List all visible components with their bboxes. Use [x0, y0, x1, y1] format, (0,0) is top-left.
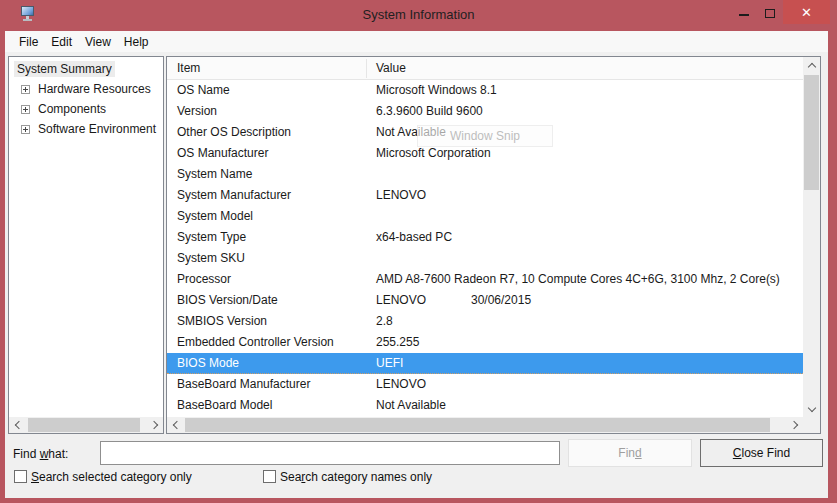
table-cell-value: 6.3.9600 Build 9600: [376, 101, 483, 122]
find-button[interactable]: Find: [568, 439, 692, 467]
table-row[interactable]: System Typex64-based PC: [167, 227, 803, 248]
scroll-right-icon[interactable]: [147, 417, 163, 433]
main-area: System Summary Hardware Resources Compon…: [5, 52, 828, 498]
table-cell-value: 255.255: [376, 332, 419, 353]
scrollbar-corner: [803, 417, 820, 433]
detail-table-panel: Item Value OS NameMicrosoft Windows 8.1V…: [166, 56, 821, 434]
table-row[interactable]: Version6.3.9600 Build 9600: [167, 101, 803, 122]
table-cell-item: Embedded Controller Version: [177, 332, 334, 353]
table-cell-item: System SKU: [177, 248, 245, 269]
table-cell-value: Not Available: [376, 395, 446, 416]
table-cell-value: x64-based PC: [376, 227, 452, 248]
menu-item-view[interactable]: View: [85, 35, 111, 49]
table-cell-item: System Model: [177, 206, 253, 227]
table-cell-item: BIOS Mode: [177, 353, 239, 373]
table-cell-item: BIOS Version/Date: [177, 290, 278, 311]
expand-plus-icon[interactable]: [21, 85, 30, 94]
menu-item-help[interactable]: Help: [124, 35, 149, 49]
table-header[interactable]: Item Value: [167, 57, 803, 80]
tree-item-hardware-resources[interactable]: Hardware Resources: [21, 79, 154, 99]
table-cell-item: System Name: [177, 164, 252, 185]
table-cell-item: BaseBoard Manufacturer: [177, 374, 310, 395]
maximize-button[interactable]: [757, 0, 783, 24]
menu-bar: File Edit View Help: [5, 31, 828, 52]
table-cell-item: Processor: [177, 269, 231, 290]
table-row[interactable]: BaseBoard ModelNot Available: [167, 395, 803, 416]
table-cell-value: LENOVO: [376, 374, 426, 395]
table-cell-item: Version: [177, 101, 217, 122]
table-row[interactable]: OS NameMicrosoft Windows 8.1: [167, 80, 803, 101]
close-find-button[interactable]: Close Find: [700, 439, 823, 467]
tree-item-components[interactable]: Components: [21, 99, 109, 119]
scroll-left-icon[interactable]: [9, 417, 25, 433]
table-row[interactable]: SMBIOS Version2.8: [167, 311, 803, 332]
table-cell-item: BaseBoard Model: [177, 395, 272, 416]
find-what-label: Find what:: [13, 447, 68, 461]
checkbox-label: Search category names only: [280, 470, 432, 484]
table-cell-item: Other OS Description: [177, 122, 291, 143]
tree-item-label: Software Environment: [35, 121, 159, 137]
table-cell-item: OS Name: [177, 80, 230, 101]
table-hscroll-thumb[interactable]: [185, 418, 770, 432]
search-category-names-checkbox[interactable]: Search category names only: [263, 469, 432, 484]
tree-item-label: Hardware Resources: [35, 81, 154, 97]
table-row[interactable]: Embedded Controller Version255.255: [167, 332, 803, 353]
scroll-right-icon[interactable]: [787, 417, 803, 433]
table-cell-value: 2.8: [376, 311, 393, 332]
close-button[interactable]: ✕: [783, 0, 830, 24]
table-horizontal-scrollbar[interactable]: [167, 417, 803, 433]
expand-plus-icon[interactable]: [21, 125, 30, 134]
column-header-item[interactable]: Item: [177, 61, 200, 75]
table-cell-item: OS Manufacturer: [177, 143, 268, 164]
scroll-up-icon[interactable]: [803, 57, 820, 73]
table-row[interactable]: System ManufacturerLENOVO: [167, 185, 803, 206]
category-tree-panel: System Summary Hardware Resources Compon…: [8, 56, 164, 434]
menu-item-edit[interactable]: Edit: [51, 35, 72, 49]
table-row[interactable]: BIOS ModeUEFI: [167, 353, 803, 374]
checkbox-label: Search selected category only: [31, 470, 192, 484]
menu-item-file[interactable]: File: [19, 35, 38, 49]
table-cell-item: SMBIOS Version: [177, 311, 267, 332]
tree-item-software-environment[interactable]: Software Environment: [21, 119, 159, 139]
table-row[interactable]: BaseBoard ManufacturerLENOVO: [167, 374, 803, 395]
system-information-window: System Information ✕ File Edit View Help…: [0, 0, 837, 503]
table-cell-value-extra: 30/06/2015: [471, 290, 531, 311]
expand-plus-icon[interactable]: [21, 105, 30, 114]
tree-item-label: Components: [35, 101, 109, 117]
table-row[interactable]: ProcessorAMD A8-7600 Radeon R7, 10 Compu…: [167, 269, 803, 290]
close-icon: ✕: [801, 5, 812, 20]
tree-item-label: System Summary: [14, 61, 115, 77]
scroll-down-icon[interactable]: [803, 401, 820, 417]
checkbox-icon[interactable]: [263, 470, 276, 483]
find-input[interactable]: [100, 441, 560, 465]
table-cell-item: System Manufacturer: [177, 185, 291, 206]
tree-hscroll-thumb[interactable]: [28, 418, 140, 432]
window-title: System Information: [0, 7, 837, 22]
table-vscroll-thumb[interactable]: [804, 75, 819, 190]
maximize-icon: [765, 9, 775, 18]
table-vertical-scrollbar[interactable]: [803, 57, 820, 417]
checkbox-icon[interactable]: [14, 470, 27, 483]
window-snip-overlay: Window Snip: [417, 125, 553, 147]
table-row[interactable]: System SKU: [167, 248, 803, 269]
table-cell-value: LENOVO: [376, 290, 426, 311]
tree-item-system-summary[interactable]: System Summary: [14, 59, 115, 79]
table-cell-value: Microsoft Windows 8.1: [376, 80, 497, 101]
table-cell-value: UEFI: [376, 353, 403, 373]
minimize-button[interactable]: [731, 0, 757, 24]
column-divider[interactable]: [366, 59, 367, 78]
search-selected-category-checkbox[interactable]: Search selected category only: [14, 469, 192, 484]
tree-horizontal-scrollbar[interactable]: [9, 417, 163, 433]
scroll-left-icon[interactable]: [167, 417, 183, 433]
table-row[interactable]: System Name: [167, 164, 803, 185]
minimize-icon: [739, 14, 749, 16]
table-cell-item: System Type: [177, 227, 246, 248]
column-header-value[interactable]: Value: [376, 61, 406, 75]
table-row[interactable]: BIOS Version/DateLENOVO30/06/2015: [167, 290, 803, 311]
titlebar[interactable]: System Information ✕: [0, 0, 837, 31]
table-cell-value: AMD A8-7600 Radeon R7, 10 Compute Cores …: [376, 269, 780, 290]
table-row[interactable]: System Model: [167, 206, 803, 227]
table-cell-value: LENOVO: [376, 185, 426, 206]
